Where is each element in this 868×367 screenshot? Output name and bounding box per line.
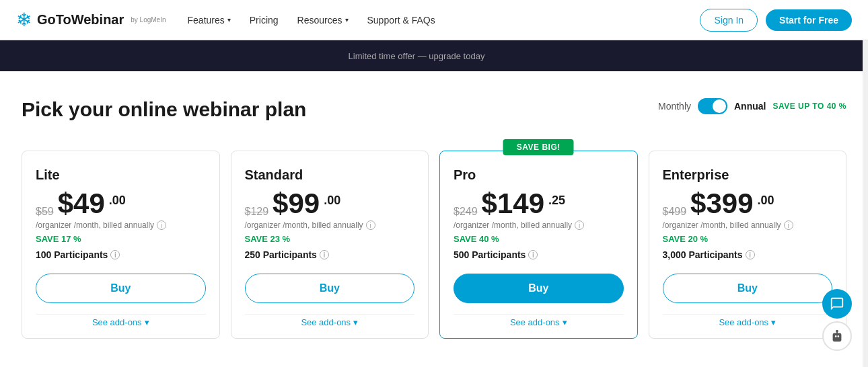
original-price-enterprise: $499 <box>663 206 687 218</box>
participants-standard: 250 Participants i <box>245 249 415 260</box>
original-price-lite: $59 <box>36 206 54 218</box>
buy-button-pro[interactable]: Buy <box>454 274 624 303</box>
save-pct-pro: SAVE 40 % <box>454 234 624 244</box>
info-icon-pro[interactable]: i <box>575 220 584 230</box>
banner-text: Limited time offer — upgrade today <box>349 51 485 61</box>
start-free-button[interactable]: Start for Free <box>766 9 852 31</box>
chevron-down-icon: ▾ <box>771 317 776 327</box>
chat-bot-icon[interactable] <box>822 321 852 351</box>
plan-card-pro: SAVE BIG! Pro $249 $149 .25 /organizer /… <box>439 151 638 339</box>
nav-support[interactable]: Support & FAQs <box>367 15 435 26</box>
price-cents-lite: .00 <box>109 194 126 208</box>
original-price-standard: $129 <box>245 206 269 218</box>
chat-icon[interactable] <box>822 289 852 319</box>
price-cents-standard: .00 <box>324 194 340 208</box>
plan-name-enterprise: Enterprise <box>663 167 833 183</box>
price-cents-pro: .25 <box>548 194 565 208</box>
current-price-lite: $49 <box>58 190 105 218</box>
price-detail-pro: /organizer /month, billed annually i <box>454 220 624 230</box>
save-big-badge: SAVE BIG! <box>503 139 574 155</box>
original-price-pro: $249 <box>454 206 478 218</box>
promo-banner: Limited time offer — upgrade today <box>0 40 868 71</box>
monthly-label: Monthly <box>658 101 691 112</box>
info-icon-participants-pro[interactable]: i <box>528 250 538 259</box>
save-pct-standard: SAVE 23 % <box>245 234 415 244</box>
page-title: Pick your online webinar plan <box>22 98 306 121</box>
see-addons-lite[interactable]: See add-ons ▾ <box>36 314 206 327</box>
info-icon-standard[interactable]: i <box>366 220 375 230</box>
chat-widget <box>822 289 852 351</box>
scrollbar[interactable] <box>863 0 868 352</box>
price-detail-enterprise: /organizer /month, billed annually i <box>663 220 833 230</box>
plan-name-lite: Lite <box>36 167 206 183</box>
buy-button-enterprise[interactable]: Buy <box>663 274 833 303</box>
see-addons-standard[interactable]: See add-ons ▾ <box>245 314 415 327</box>
price-row-enterprise: $499 $399 .00 <box>663 190 833 218</box>
plan-card-lite: Lite $59 $49 .00 /organizer /month, bill… <box>22 151 220 339</box>
plan-name-pro: Pro <box>454 167 624 183</box>
info-icon-lite[interactable]: i <box>157 220 166 230</box>
chat-bubble-icon <box>830 296 844 311</box>
save-pct-lite: SAVE 17 % <box>36 234 206 244</box>
logo-icon: ❄ <box>16 9 32 31</box>
nav-resources[interactable]: Resources ▾ <box>297 15 349 26</box>
info-icon-participants-standard[interactable]: i <box>320 250 329 259</box>
billing-toggle-switch[interactable] <box>698 98 727 114</box>
price-detail-lite: /organizer /month, billed annually i <box>36 220 206 230</box>
current-price-enterprise: $399 <box>690 190 753 218</box>
logo-text: GoToWebinar <box>37 12 124 28</box>
participants-lite: 100 Participants i <box>36 249 206 260</box>
plan-card-enterprise: Enterprise $499 $399 .00 /organizer /mon… <box>649 151 847 339</box>
signin-button[interactable]: Sign In <box>700 9 758 32</box>
participants-pro: 500 Participants i <box>454 249 624 260</box>
chevron-down-icon: ▾ <box>145 317 149 327</box>
nav-features[interactable]: Features ▾ <box>188 15 231 26</box>
info-icon-participants-enterprise[interactable]: i <box>746 250 755 259</box>
price-detail-standard: /organizer /month, billed annually i <box>245 220 415 230</box>
chevron-down-icon: ▾ <box>563 317 567 327</box>
robot-icon <box>830 329 844 343</box>
plan-name-standard: Standard <box>245 167 415 183</box>
annual-label: Annual <box>734 101 766 112</box>
info-icon-participants-lite[interactable]: i <box>110 250 120 259</box>
billing-toggle: Monthly Annual SAVE UP TO 40 % <box>658 98 846 114</box>
plan-card-standard: Standard $129 $99 .00 /organizer /month,… <box>231 151 429 339</box>
price-row-lite: $59 $49 .00 <box>36 190 206 218</box>
participants-enterprise: 3,000 Participants i <box>663 249 833 260</box>
navbar: ❄ GoToWebinar by LogMeIn Features ▾ Pric… <box>0 0 868 40</box>
save-badge: SAVE UP TO 40 % <box>772 101 846 111</box>
see-addons-enterprise[interactable]: See add-ons ▾ <box>663 314 833 327</box>
nav-pricing[interactable]: Pricing <box>250 15 279 26</box>
price-row-standard: $129 $99 .00 <box>245 190 415 218</box>
save-pct-enterprise: SAVE 20 % <box>663 234 833 244</box>
logo[interactable]: ❄ GoToWebinar by LogMeIn <box>16 9 166 31</box>
see-addons-pro[interactable]: See add-ons ▾ <box>454 314 624 327</box>
buy-button-lite[interactable]: Buy <box>36 274 206 303</box>
main-content: Pick your online webinar plan Monthly An… <box>0 71 868 352</box>
plans-grid: Lite $59 $49 .00 /organizer /month, bill… <box>22 151 846 339</box>
chevron-down-icon: ▾ <box>227 16 231 24</box>
current-price-standard: $99 <box>273 190 320 218</box>
current-price-pro: $149 <box>482 190 544 218</box>
price-cents-enterprise: .00 <box>758 194 774 208</box>
buy-button-standard[interactable]: Buy <box>245 274 415 303</box>
info-icon-enterprise[interactable]: i <box>784 220 793 230</box>
nav-actions: Sign In Start for Free <box>700 9 852 32</box>
toggle-knob <box>713 99 726 113</box>
price-row-pro: $249 $149 .25 <box>454 190 624 218</box>
nav-links: Features ▾ Pricing Resources ▾ Support &… <box>188 15 700 26</box>
logo-by-text: by LogMeIn <box>131 16 166 24</box>
chevron-down-icon: ▾ <box>353 317 358 327</box>
chevron-down-icon: ▾ <box>345 16 349 24</box>
